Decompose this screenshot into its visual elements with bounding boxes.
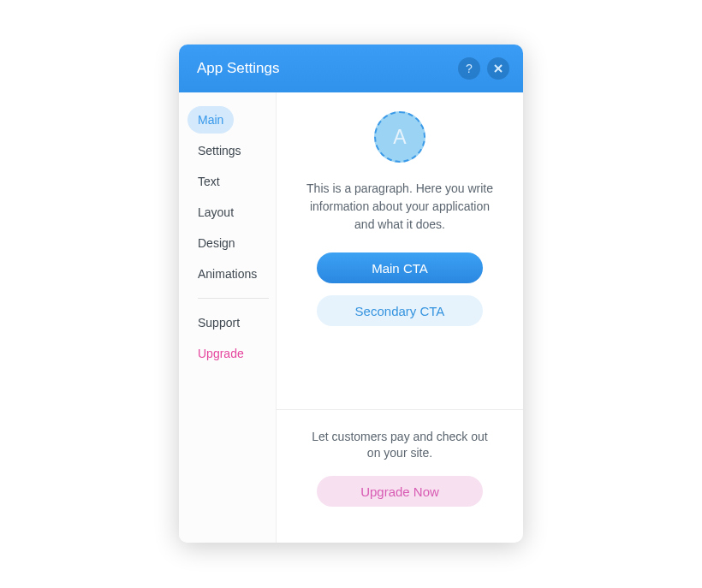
sidebar-item-support[interactable]: Support [187,309,250,336]
help-button[interactable]: ? [458,57,480,80]
close-icon [494,64,503,73]
content-main: A This is a paragraph. Here you write in… [277,92,523,409]
logo-letter: A [393,126,406,149]
app-description: This is a paragraph. Here you write info… [299,180,501,234]
settings-panel: App Settings ? Main Settings Text Layout… [179,45,523,543]
panel-title: App Settings [197,60,279,77]
upgrade-now-button[interactable]: Upgrade Now [317,476,483,507]
app-logo-placeholder: A [374,111,425,163]
sidebar-item-animations[interactable]: Animations [187,260,267,288]
sidebar-item-upgrade[interactable]: Upgrade [187,340,254,367]
content: A This is a paragraph. Here you write in… [277,92,523,543]
main-cta-button[interactable]: Main CTA [317,252,483,283]
header-actions: ? [458,57,509,80]
close-button[interactable] [487,57,509,80]
sidebar-item-settings[interactable]: Settings [187,137,252,164]
sidebar-item-layout[interactable]: Layout [187,199,244,226]
panel-body: Main Settings Text Layout Design Animati… [179,92,523,543]
content-footer: Let customers pay and check out on your … [277,409,523,543]
sidebar: Main Settings Text Layout Design Animati… [179,92,277,543]
footer-text: Let customers pay and check out on your … [306,429,494,462]
panel-header: App Settings ? [179,45,523,92]
sidebar-item-text[interactable]: Text [187,168,230,195]
sidebar-item-main[interactable]: Main [187,106,234,134]
secondary-cta-button[interactable]: Secondary CTA [317,295,483,326]
sidebar-divider [198,298,269,299]
sidebar-item-design[interactable]: Design [187,229,246,257]
help-icon: ? [466,62,473,74]
